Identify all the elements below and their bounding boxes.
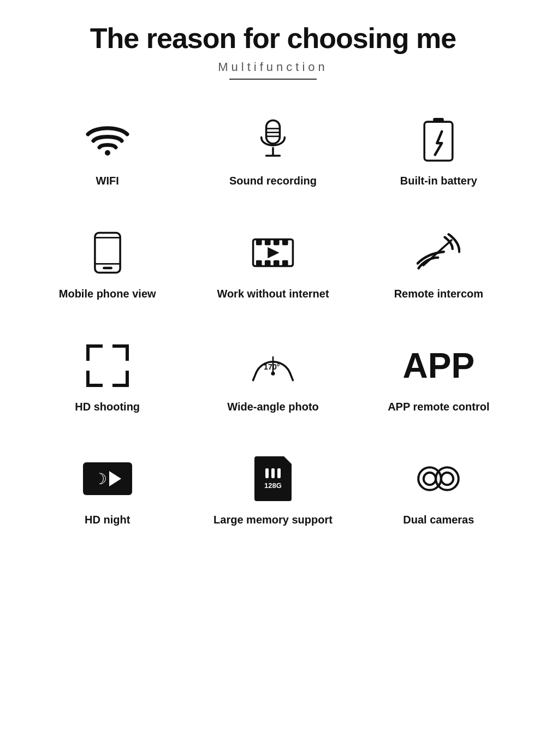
svg-point-30 [424, 473, 436, 485]
svg-text:170°: 170° [264, 362, 280, 371]
wide-angle-icon: 170° [246, 338, 300, 393]
memory-card-line [265, 468, 269, 478]
app-icon: APP [411, 338, 466, 393]
hd-night-label: HD night [85, 514, 130, 526]
svg-rect-9 [95, 233, 120, 273]
svg-rect-15 [265, 240, 271, 246]
hd-shooting-label: HD shooting [75, 401, 140, 413]
svg-line-24 [253, 373, 256, 380]
memory-card-lines [265, 468, 281, 478]
svg-rect-19 [265, 260, 271, 266]
svg-point-32 [441, 473, 453, 485]
remote-intercom-label: Remote intercom [394, 288, 483, 300]
feature-wide-angle-photo: 170° Wide-angle photo [193, 328, 353, 424]
svg-point-0 [105, 150, 110, 156]
svg-rect-18 [256, 260, 262, 266]
page-title: The reason for choosing me [90, 22, 456, 55]
memory-card-line [271, 468, 275, 478]
memory-card-line [277, 468, 281, 478]
hd-night-box: ☽ [83, 462, 132, 495]
svg-rect-21 [282, 260, 288, 266]
intercom-icon [411, 225, 466, 280]
memory-card-label: 128G [264, 481, 282, 490]
built-in-battery-label: Built-in battery [400, 175, 477, 187]
large-memory-support-label: Large memory support [213, 514, 333, 526]
svg-line-23 [424, 240, 452, 265]
phone-icon [80, 225, 135, 280]
memory-icon: 128G [246, 451, 300, 506]
feature-work-without-internet: Work without internet [193, 215, 353, 311]
svg-line-25 [290, 373, 293, 380]
feature-hd-night: ☽ HD night [27, 440, 187, 537]
wifi-icon [80, 112, 135, 167]
divider [229, 79, 317, 80]
feature-dual-cameras: Dual cameras [359, 440, 519, 537]
memory-card: 128G [254, 456, 292, 501]
mobile-phone-view-label: Mobile phone view [59, 288, 156, 300]
feature-remote-intercom: Remote intercom [359, 215, 519, 311]
subtitle: Multifunction [218, 60, 328, 74]
dual-cam-icon [411, 451, 466, 506]
svg-rect-16 [274, 240, 280, 246]
svg-point-31 [436, 467, 459, 490]
feature-built-in-battery: Built-in battery [359, 102, 519, 198]
hd-night-icon: ☽ [80, 451, 135, 506]
moon-icon: ☽ [93, 470, 107, 488]
wifi-label: WIFI [96, 175, 119, 187]
dual-cameras-label: Dual cameras [403, 514, 474, 526]
feature-sound-recording: Sound recording [193, 102, 353, 198]
camera-triangle-icon [109, 471, 121, 486]
svg-rect-17 [282, 240, 288, 246]
svg-rect-20 [274, 260, 280, 266]
work-without-internet-label: Work without internet [217, 288, 329, 300]
feature-large-memory-support: 128G Large memory support [193, 440, 353, 537]
feature-app-remote-control: APP APP remote control [359, 328, 519, 424]
app-remote-control-label: APP remote control [388, 401, 489, 413]
feature-mobile-phone-view: Mobile phone view [27, 215, 187, 311]
svg-marker-22 [268, 247, 279, 258]
svg-rect-14 [256, 240, 262, 246]
feature-wifi: WIFI [27, 102, 187, 198]
battery-icon [411, 112, 466, 167]
wide-angle-photo-label: Wide-angle photo [227, 401, 319, 413]
video-icon [246, 225, 300, 280]
features-grid: WIFI Sound recording [27, 102, 519, 537]
sound-recording-label: Sound recording [229, 175, 317, 187]
app-text: APP [403, 348, 475, 383]
focus-icon [80, 338, 135, 393]
feature-hd-shooting: HD shooting [27, 328, 187, 424]
mic-icon [246, 112, 300, 167]
svg-rect-10 [103, 267, 112, 269]
